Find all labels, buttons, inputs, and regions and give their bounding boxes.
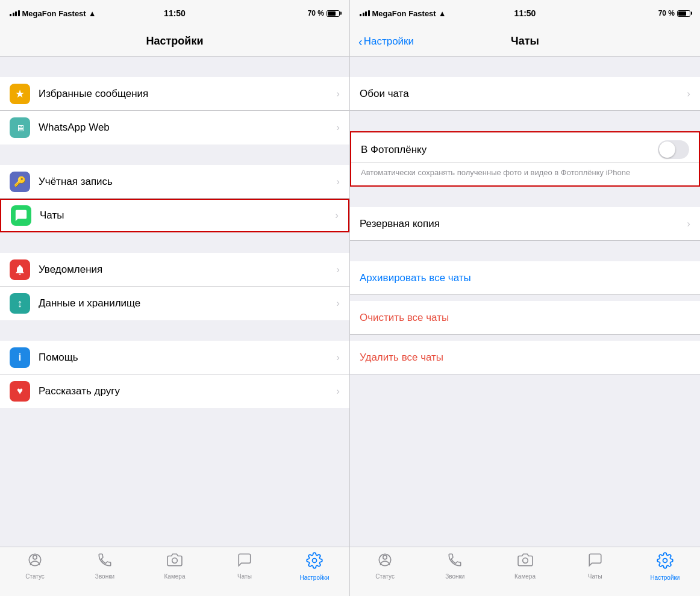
section-2: 🔑 Учётная запись › Чаты › [0, 165, 349, 232]
clear-all-row[interactable]: Очистить все чаты [350, 301, 700, 335]
right-section-gap-7 [350, 374, 700, 395]
section-1: ★ Избранные сообщения › 🖥 WhatsApp Web › [0, 77, 349, 144]
tab-chats-right[interactable]: Чаты [560, 552, 630, 580]
data-label: Данные и хранилище [39, 297, 336, 309]
tab-calls-right[interactable]: Звонки [420, 552, 490, 580]
svg-point-2 [172, 558, 178, 563]
right-signal-bar-2 [363, 13, 364, 16]
delete-section: Удалить все чаты [350, 341, 700, 374]
signal-bars [10, 10, 20, 16]
right-section-gap-2 [350, 111, 700, 131]
right-panel: MegaFon Fastest ▲ 11:50 70 % ‹ Настройки… [350, 0, 700, 596]
backup-chevron: › [687, 218, 690, 230]
account-chevron: › [336, 176, 340, 188]
tab-calls-left[interactable]: Звонки [70, 552, 140, 580]
tab-calls-label-right: Звонки [445, 573, 464, 580]
section-gap-5 [0, 408, 349, 429]
chats-item[interactable]: Чаты › [0, 199, 349, 232]
chats-tab-icon [237, 552, 252, 571]
account-label: Учётная запись [39, 176, 336, 188]
right-settings-tab-icon [657, 552, 673, 573]
tab-chats-left[interactable]: Чаты [210, 552, 280, 580]
battery-container [327, 10, 340, 17]
wallpaper-chevron: › [687, 88, 690, 100]
section-gap-4 [0, 320, 349, 341]
svg-point-7 [663, 559, 667, 563]
backup-section: Резервная копия › [350, 207, 700, 241]
right-section-gap-6 [350, 335, 700, 341]
camera-tab-icon [167, 552, 183, 571]
help-chevron: › [336, 352, 340, 364]
save-to-gallery-desc: Автоматически сохранять полученные фото … [361, 168, 630, 177]
tab-chats-label-right: Чаты [588, 573, 602, 580]
settings-tab-icon [306, 552, 323, 573]
starred-item[interactable]: ★ Избранные сообщения › [0, 77, 349, 111]
tab-status-left[interactable]: Статус [0, 552, 70, 580]
account-item[interactable]: 🔑 Учётная запись › [0, 165, 349, 199]
signal-bar-4 [18, 10, 20, 16]
right-status-tab-icon [377, 552, 393, 571]
save-to-gallery-toggle[interactable] [658, 140, 689, 159]
account-icon: 🔑 [10, 172, 30, 192]
wallpaper-section: Обои чата › [350, 77, 700, 111]
data-item[interactable]: ↕ Данные и хранилище › [0, 287, 349, 320]
actions-section: Архивировать все чаты [350, 261, 700, 295]
tab-camera-label-left: Камера [164, 573, 186, 580]
notifications-icon [10, 259, 30, 280]
save-to-gallery-row: В Фотоплёнку [351, 132, 699, 163]
archive-all-label: Архивировать все чаты [360, 272, 471, 284]
notifications-chevron: › [336, 264, 340, 276]
right-status-bar-right: 70 % [658, 9, 690, 17]
help-label: Помощь [39, 352, 336, 364]
tab-settings-left[interactable]: Настройки [280, 552, 349, 581]
help-item[interactable]: i Помощь › [0, 341, 349, 374]
right-tab-bar: Статус Звонки Камера [350, 547, 700, 596]
right-carrier-label: MegaFon Fastest [372, 9, 436, 18]
tab-camera-right[interactable]: Камера [490, 552, 560, 580]
tell-friend-label: Рассказать другу [39, 385, 336, 397]
notifications-label: Уведомления [39, 264, 336, 276]
tell-friend-item[interactable]: ♥ Рассказать другу › [0, 374, 349, 408]
section-3: Уведомления › ↕ Данные и хранилище › [0, 253, 349, 320]
right-chats-tab-icon [587, 552, 603, 571]
tab-settings-right[interactable]: Настройки [630, 552, 700, 581]
data-icon: ↕ [10, 293, 30, 314]
tab-camera-left[interactable]: Камера [140, 552, 210, 580]
left-nav-title: Настройки [146, 35, 204, 48]
whatsapp-web-item[interactable]: 🖥 WhatsApp Web › [0, 111, 349, 144]
right-battery-container [677, 10, 690, 17]
right-section-gap-4 [350, 241, 700, 261]
right-signal-bar-4 [368, 10, 370, 16]
backup-row[interactable]: Резервная копия › [350, 207, 700, 241]
back-chevron-icon: ‹ [358, 36, 363, 48]
svg-point-1 [33, 555, 37, 559]
notifications-item[interactable]: Уведомления › [0, 253, 349, 287]
right-signal-bars [360, 10, 370, 16]
back-button[interactable]: ‹ Настройки [358, 36, 414, 48]
starred-chevron: › [336, 88, 340, 100]
signal-bar-2 [13, 13, 14, 16]
archive-all-row[interactable]: Архивировать все чаты [350, 261, 700, 295]
left-tab-bar: Статус Звонки Камера [0, 547, 349, 596]
tab-status-label-left: Статус [25, 573, 45, 580]
chats-chevron: › [335, 210, 339, 222]
tell-friend-icon: ♥ [10, 381, 30, 402]
left-status-bar: MegaFon Fastest ▲ 11:50 70 % [0, 0, 349, 26]
chat-settings-content: Обои чата › В Фотоплёнку Автоматически с… [350, 57, 700, 596]
tab-status-right[interactable]: Статус [350, 552, 420, 580]
wallpaper-row[interactable]: Обои чата › [350, 77, 700, 111]
toggle-thumb [659, 141, 675, 158]
whatsapp-web-chevron: › [336, 122, 340, 134]
whatsapp-web-icon: 🖥 [10, 117, 30, 138]
save-to-gallery-section: В Фотоплёнку Автоматически сохранять пол… [350, 131, 700, 187]
battery-pct-label: 70 % [308, 9, 324, 17]
section-gap-2 [0, 144, 349, 165]
tab-settings-label-left: Настройки [299, 574, 329, 581]
svg-point-6 [522, 558, 528, 563]
right-section-gap-5 [350, 295, 700, 301]
status-tab-icon [27, 552, 43, 571]
delete-all-row[interactable]: Удалить все чаты [350, 341, 700, 374]
tab-camera-label-right: Камера [514, 573, 536, 580]
section-4: i Помощь › ♥ Рассказать другу › [0, 341, 349, 408]
clear-all-label: Очистить все чаты [360, 312, 449, 324]
